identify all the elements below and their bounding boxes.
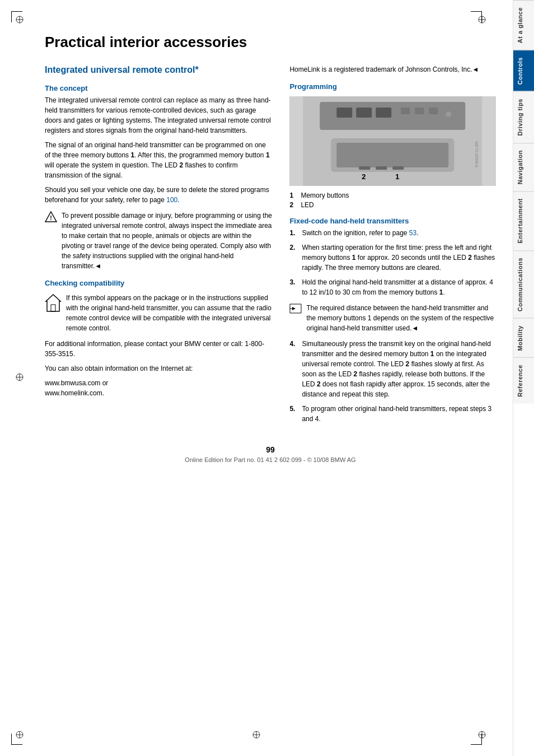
- warning-text: To prevent possible damage or injury, be…: [62, 211, 273, 271]
- step-text-3: Hold the original hand-held transmitter …: [302, 277, 496, 297]
- crosshair-tr: [478, 16, 486, 25]
- crosshair-bl: [16, 731, 24, 740]
- main-content: Practical interior accessories Integrate…: [0, 0, 513, 756]
- step-text-1: Switch on the ignition, refer to page 53…: [302, 228, 496, 238]
- step-num-2: 2.: [289, 242, 297, 273]
- two-column-layout: Integrated universal remote control* The…: [45, 64, 496, 428]
- legend-label-1: Memory buttons: [301, 192, 349, 199]
- sidebar: At a glance Controls Driving tips Naviga…: [513, 0, 534, 756]
- step-num-5: 5.: [289, 404, 297, 424]
- legend-item-1: 1 Memory buttons: [289, 192, 496, 199]
- prog-img-inner: 2 1 WE7S-0093KA: [289, 96, 496, 186]
- svg-text:!: !: [50, 214, 52, 221]
- svg-rect-29: [415, 108, 424, 114]
- section-title: Integrated universal remote control*: [45, 64, 273, 76]
- programming-heading: Programming: [289, 82, 496, 91]
- svg-rect-30: [429, 108, 438, 114]
- svg-rect-28: [401, 108, 410, 114]
- step-num-4: 4.: [289, 339, 297, 399]
- compat-text: If this symbol appears on the package or…: [66, 293, 273, 333]
- concept-para-1: The integrated universal remote control …: [45, 95, 273, 136]
- fixed-code-heading: Fixed-code hand-held transmitters: [289, 217, 496, 225]
- step-5: 5. To program other original hand-held t…: [289, 404, 496, 424]
- footer-text: Online Edition for Part no. 01 41 2 602 …: [185, 456, 355, 463]
- step-text-5: To program other original hand-held tran…: [302, 404, 496, 424]
- sidebar-tab-reference[interactable]: Reference: [513, 357, 534, 404]
- legend-num-1: 1: [289, 192, 297, 199]
- svg-text:1: 1: [396, 172, 400, 181]
- crosshair-tl: [16, 16, 24, 25]
- svg-rect-26: [357, 108, 372, 118]
- checking-para-3: www.bmwusa.com orwww.homelink.com.: [45, 378, 273, 398]
- checking-para-2: You can also obtain information on the I…: [45, 363, 273, 374]
- homelink-text: HomeLink is a registered trademark of Jo…: [289, 64, 496, 74]
- note-icon: [289, 304, 302, 333]
- svg-point-31: [446, 111, 452, 117]
- svg-rect-34: [359, 166, 371, 170]
- step-1: 1. Switch on the ignition, refer to page…: [289, 228, 496, 238]
- svg-text:WE7S-0093KA: WE7S-0093KA: [475, 141, 479, 167]
- step-2: 2. When starting operation for the first…: [289, 242, 496, 273]
- svg-rect-21: [51, 305, 55, 311]
- left-column: Integrated universal remote control* The…: [45, 64, 273, 428]
- step-num-3: 3.: [289, 277, 297, 297]
- page-number: 99: [45, 445, 496, 454]
- svg-rect-35: [376, 166, 387, 170]
- svg-marker-42: [292, 307, 296, 310]
- page-link-53[interactable]: 53: [409, 229, 416, 237]
- step-text-4: Simultaneously press the transmit key on…: [302, 339, 496, 399]
- crosshair-bc: [252, 731, 260, 740]
- svg-rect-36: [393, 166, 404, 170]
- sidebar-tab-navigation[interactable]: Navigation: [513, 143, 534, 191]
- fixed-code-steps: 1. Switch on the ignition, refer to page…: [289, 228, 496, 297]
- svg-marker-20: [46, 295, 60, 311]
- svg-text:2: 2: [362, 172, 366, 181]
- fixed-code-steps-continued: 4. Simultaneously press the transmit key…: [289, 339, 496, 424]
- concept-para-3: Should you sell your vehicle one day, be…: [45, 185, 273, 205]
- note-text-step3: The required distance between the hand-h…: [306, 303, 496, 333]
- warning-box: ! To prevent possible damage or injury, …: [45, 211, 273, 271]
- svg-rect-27: [376, 108, 392, 118]
- warning-icon: !: [45, 211, 57, 222]
- programming-image: 2 1 WE7S-0093KA: [289, 96, 496, 186]
- sidebar-tab-entertainment[interactable]: Entertainment: [513, 191, 534, 250]
- step-3: 3. Hold the original hand-held transmitt…: [289, 277, 496, 297]
- note-step3: The required distance between the hand-h…: [289, 303, 496, 333]
- crosshair-br: [478, 731, 486, 740]
- page-title: Practical interior accessories: [45, 34, 496, 51]
- page-footer: 99 Online Edition for Part no. 01 41 2 6…: [45, 440, 496, 463]
- legend-item-2: 2 LED: [289, 201, 496, 209]
- step-4: 4. Simultaneously press the transmit key…: [289, 339, 496, 399]
- sidebar-tab-driving-tips[interactable]: Driving tips: [513, 91, 534, 143]
- sidebar-tab-at-a-glance[interactable]: At a glance: [513, 0, 534, 50]
- svg-rect-25: [337, 108, 353, 118]
- checking-para-1: For additional information, please conta…: [45, 339, 273, 359]
- legend: 1 Memory buttons 2 LED: [289, 192, 496, 209]
- step-text-2: When starting operation for the first ti…: [302, 242, 496, 273]
- sidebar-tab-mobility[interactable]: Mobility: [513, 318, 534, 358]
- homelink-compat-icon: [45, 293, 62, 333]
- sidebar-tab-communications[interactable]: Communications: [513, 250, 534, 318]
- compat-box: If this symbol appears on the package or…: [45, 293, 273, 333]
- legend-label-2: LED: [301, 201, 313, 209]
- concept-heading: The concept: [45, 84, 273, 92]
- crosshair-ml: [16, 374, 24, 383]
- sidebar-tab-controls[interactable]: Controls: [513, 50, 534, 91]
- svg-rect-33: [337, 143, 449, 167]
- legend-num-2: 2: [289, 201, 297, 209]
- step-num-1: 1.: [289, 228, 297, 238]
- concept-para-2: The signal of an original hand-held tran…: [45, 140, 273, 180]
- checking-heading: Checking compatibility: [45, 279, 273, 287]
- right-column: HomeLink is a registered trademark of Jo…: [289, 64, 496, 428]
